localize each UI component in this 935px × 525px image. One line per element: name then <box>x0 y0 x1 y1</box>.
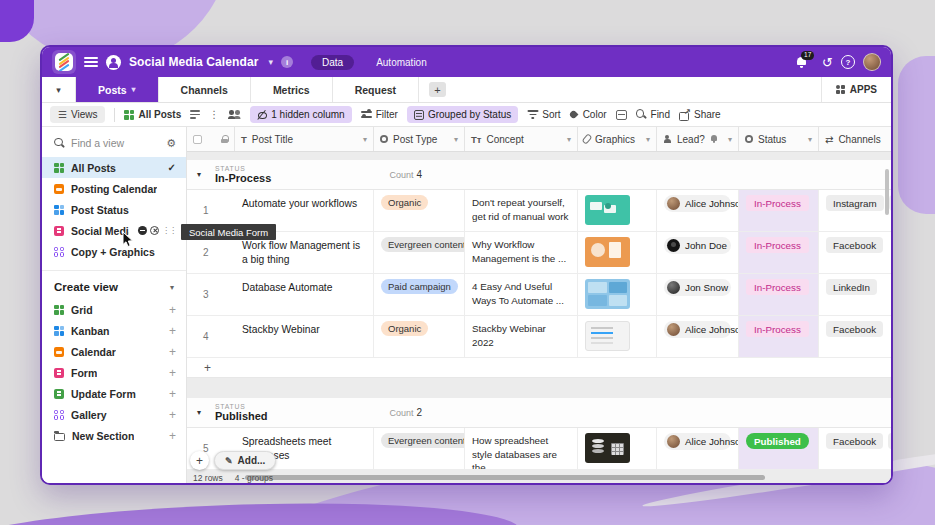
create-view-header[interactable]: Create view ▾ <box>42 271 186 299</box>
share-button[interactable]: Share <box>679 109 721 120</box>
cell-post-type[interactable]: Evergreen content <box>374 428 465 470</box>
group-button[interactable]: Grouped by Status <box>407 106 518 123</box>
nav-automation[interactable]: Automation <box>376 57 427 68</box>
add-table-button[interactable]: + <box>429 82 446 97</box>
cell-lead[interactable]: Alice Johnson <box>657 190 739 232</box>
create-view-calendar[interactable]: Calendar+ <box>42 341 186 362</box>
table-row[interactable]: 5Spreadsheets meet databasesEvergreen co… <box>187 428 891 470</box>
cell-status[interactable]: In-Process <box>739 232 819 274</box>
collaborator-icon[interactable] <box>106 55 121 70</box>
table-row[interactable]: 2Work flow Management is a big thingEver… <box>187 232 891 274</box>
add-row-fab[interactable]: + <box>190 451 209 470</box>
create-view-form[interactable]: Form+ <box>42 362 186 383</box>
nav-data[interactable]: Data <box>311 55 354 70</box>
cell-graphics[interactable] <box>578 190 657 232</box>
cell-concept[interactable]: Why Workflow Management is the ... <box>465 232 578 274</box>
column-header-channels[interactable]: ⇄Channels <box>819 127 891 151</box>
cell-post-title[interactable]: Database Automate <box>235 274 374 316</box>
add-button[interactable]: ✎ Add... <box>214 451 276 470</box>
cell-status[interactable]: In-Process <box>739 190 819 232</box>
cell-post-title[interactable]: Stackby Webinar <box>235 316 374 358</box>
stackby-logo[interactable] <box>52 50 76 74</box>
cell-post-type[interactable]: Organic <box>374 316 465 358</box>
collapse-triangle-icon[interactable]: ▾ <box>197 408 215 417</box>
find-button[interactable]: Find <box>636 109 670 120</box>
cell-channels[interactable]: Facebook <box>819 316 891 358</box>
vertical-scrollbar[interactable] <box>885 169 889 215</box>
cell-concept[interactable]: Don't repeat yourself, get rid of manual… <box>465 190 578 232</box>
create-view-grid[interactable]: Grid+ <box>42 299 186 320</box>
cell-channels[interactable]: Facebook <box>819 232 891 274</box>
tab-metrics[interactable]: Metrics <box>251 77 333 102</box>
cell-concept[interactable]: How spreadsheet style databases are the … <box>465 428 578 470</box>
sidebar-view-social-media-f[interactable]: Social Media F...⋮⋮ <box>42 220 186 241</box>
gear-icon[interactable]: ⚙ <box>166 138 176 149</box>
cell-concept[interactable]: Stackby Webinar 2022 <box>465 316 578 358</box>
add-row-button[interactable]: + <box>187 358 891 378</box>
tables-dropdown-button[interactable]: ▾ <box>42 77 76 102</box>
current-view[interactable]: All Posts <box>124 109 181 120</box>
color-button[interactable]: Color <box>570 109 607 120</box>
cell-graphics[interactable] <box>578 428 657 470</box>
cell-post-type[interactable]: Paid campaign <box>374 274 465 316</box>
help-icon[interactable]: ? <box>841 55 855 69</box>
sidebar-view-all-posts[interactable]: All Posts✓ <box>42 157 186 178</box>
cell-lead[interactable]: Jon Snow <box>657 274 739 316</box>
cell-graphics[interactable] <box>578 274 657 316</box>
horizontal-scrollbar[interactable] <box>245 475 765 480</box>
tab-request[interactable]: Request <box>333 77 419 102</box>
cell-lead[interactable]: Alice Johnson <box>657 316 739 358</box>
cell-lead[interactable]: John Doe <box>657 232 739 274</box>
column-header-graphics[interactable]: Graphics▾ <box>578 127 657 151</box>
group-header-published[interactable]: ▾STATUSPublishedCount2 <box>187 398 891 428</box>
hidden-columns-button[interactable]: 1 hidden column <box>250 106 351 123</box>
column-header-post-type[interactable]: Post Type▾ <box>374 127 465 151</box>
sort-button[interactable]: Sort <box>527 109 560 120</box>
cell-post-type[interactable]: Evergreen content <box>374 232 465 274</box>
cell-graphics[interactable] <box>578 232 657 274</box>
collapse-triangle-icon[interactable]: ▾ <box>197 170 215 179</box>
cell-status[interactable]: In-Process <box>739 316 819 358</box>
column-header-status[interactable]: Status▾ <box>739 127 819 151</box>
more-options-icon[interactable]: ⋮ <box>209 109 219 120</box>
cell-channels[interactable]: FacebookInstagram <box>819 428 891 470</box>
cell-status[interactable]: Published <box>739 428 819 470</box>
column-header-concept[interactable]: TᴛConcept▾ <box>465 127 578 151</box>
cell-post-type[interactable]: Organic <box>374 190 465 232</box>
sidebar-view-copy-graphics[interactable]: Copy + Graphics <box>42 241 186 262</box>
select-all-checkbox[interactable] <box>193 135 202 144</box>
views-button[interactable]: ☰ Views <box>50 106 105 123</box>
table-row[interactable]: 1Automate your workflowsOrganicDon't rep… <box>187 190 891 232</box>
sections-icon[interactable] <box>190 110 200 119</box>
menu-icon[interactable] <box>84 57 98 67</box>
sidebar-view-post-status[interactable]: Post Status <box>42 199 186 220</box>
column-header-post-title[interactable]: TPost Title▾ <box>235 127 374 151</box>
apps-button[interactable]: APPS <box>821 77 891 102</box>
remove-view-icon[interactable] <box>150 226 159 235</box>
history-icon[interactable]: ↺ <box>822 56 833 69</box>
notifications-bell-icon[interactable]: 17 <box>796 56 808 68</box>
chevron-down-icon[interactable]: ▾ <box>268 57 273 67</box>
group-header-in-process[interactable]: ▾STATUSIn-ProcessCount4 <box>187 160 891 190</box>
find-view-input[interactable] <box>71 137 160 149</box>
cell-lead[interactable]: Alice Johnson <box>657 428 739 470</box>
info-icon[interactable]: i <box>281 56 293 68</box>
cell-status[interactable]: In-Process <box>739 274 819 316</box>
cell-graphics[interactable] <box>578 316 657 358</box>
table-row[interactable]: 3Database AutomatePaid campaign4 Easy An… <box>187 274 891 316</box>
workspace-title[interactable]: Social Media Calendar <box>129 55 258 69</box>
cell-channels[interactable]: LinkedIn <box>819 274 891 316</box>
cell-channels[interactable]: InstagramLinkedIn <box>819 190 891 232</box>
collaborators-icon[interactable] <box>228 110 241 119</box>
hide-view-icon[interactable] <box>138 226 147 235</box>
cell-concept[interactable]: 4 Easy And Useful Ways To Automate ... <box>465 274 578 316</box>
filter-button[interactable]: Filter <box>361 109 398 120</box>
create-view-update-form[interactable]: Update Form+ <box>42 383 186 404</box>
sidebar-view-posting-calendar[interactable]: Posting Calendar <box>42 178 186 199</box>
tab-channels[interactable]: Channels <box>159 77 251 102</box>
create-view-kanban[interactable]: Kanban+ <box>42 320 186 341</box>
tab-posts[interactable]: Posts▾ <box>76 77 159 102</box>
column-header-lead[interactable]: Lead?▾ <box>657 127 739 151</box>
create-view-new-section[interactable]: New Section+ <box>42 425 186 446</box>
table-row[interactable]: 4Stackby WebinarOrganicStackby Webinar 2… <box>187 316 891 358</box>
